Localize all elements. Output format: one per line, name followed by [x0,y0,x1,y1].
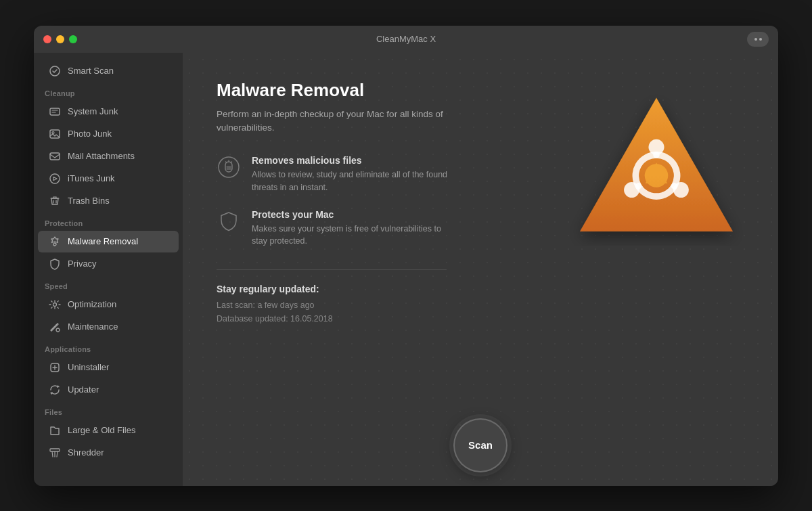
biohazard-triangle-svg [568,90,744,246]
more-options-button[interactable] [747,32,769,47]
optimization-icon [49,298,61,311]
sidebar-item-itunes-junk[interactable]: iTunes Junk [38,168,179,190]
sidebar-item-photo-junk[interactable]: Photo Junk [38,123,179,145]
sidebar-item-system-junk[interactable]: System Junk [38,101,179,123]
svg-rect-1 [50,108,60,115]
maximize-button[interactable] [69,35,77,43]
sidebar-item-mail-attachments[interactable]: Mail Attachments [38,146,179,167]
feature-text-protects-mac: Protects your Mac Makes sure your system… [252,209,455,248]
svg-rect-4 [50,153,60,160]
sidebar-item-system-junk-label: System Junk [68,106,118,116]
privacy-icon [49,258,61,270]
sidebar-item-mail-attachments-label: Mail Attachments [68,151,135,161]
divider [217,269,447,270]
bug-icon [217,155,241,179]
shield-icon [217,209,241,234]
photo-junk-icon [49,128,61,140]
feature-desc-removes-malicious: Allows to review, study and eliminate al… [252,169,455,194]
status-heading: Stay regulary updated: [217,284,744,294]
feature-desc-protects-mac: Makes sure your system is free of vulner… [252,223,455,248]
sidebar-item-large-old-files[interactable]: Large & Old Files [38,420,179,441]
svg-point-7 [53,303,57,306]
titlebar: CleanMyMac X [34,26,778,53]
sidebar-item-updater-label: Updater [68,384,99,395]
minimize-button[interactable] [56,35,64,43]
sidebar-item-uninstaller-label: Uninstaller [68,362,109,372]
uninstaller-icon [49,361,61,374]
svg-point-17 [624,182,639,198]
sidebar-item-smart-scan[interactable]: Smart Scan [38,60,179,82]
titlebar-actions [747,32,769,47]
mail-icon [49,150,61,162]
sidebar-item-malware-removal-label: Malware Removal [68,236,138,246]
svg-point-6 [53,243,56,246]
feature-text-removes-malicious: Removes malicious files Allows to review… [252,155,455,194]
sidebar-item-itunes-junk-label: iTunes Junk [68,173,115,183]
sidebar-item-large-old-files-label: Large & Old Files [68,425,135,435]
sidebar-item-maintenance-label: Maintenance [68,321,118,332]
panel-content: Malware Removal Perform an in-depth chec… [183,53,778,486]
status-last-scan: Last scan: a few days ago [217,298,744,312]
app-window: CleanMyMac X Smart Scan Cleanup [34,26,778,486]
status-database: Database updated: 16.05.2018 [217,312,744,326]
main-panel: Malware Removal Perform an in-depth chec… [183,53,778,486]
svg-point-3 [52,131,54,133]
sidebar-item-malware-removal[interactable]: Malware Removal [38,231,179,252]
trash-icon [49,195,61,207]
panel-subtitle: Perform an in-depth checkup of your Mac … [217,108,447,135]
feature-title-removes-malicious: Removes malicious files [252,155,455,166]
sidebar-item-trash-bins[interactable]: Trash Bins [38,190,179,212]
app-title: CleanMyMac X [376,34,436,44]
maintenance-icon [49,321,61,333]
sidebar-category-applications: Applications [34,338,183,356]
smart-scan-icon [49,65,61,77]
traffic-lights [43,35,77,43]
svg-rect-2 [50,130,60,138]
itunes-icon [49,173,61,185]
sidebar-category-files: Files [34,401,183,419]
sidebar-item-trash-bins-label: Trash Bins [68,196,110,206]
files-icon [49,424,61,437]
sidebar-item-updater[interactable]: Updater [38,379,179,401]
updater-icon [49,384,61,396]
malware-removal-icon [49,236,61,248]
svg-point-15 [649,139,664,154]
sidebar-item-maintenance[interactable]: Maintenance [38,316,179,338]
sidebar-category-cleanup: Cleanup [34,83,183,100]
sidebar-item-privacy[interactable]: Privacy [38,253,179,275]
sidebar-item-optimization-label: Optimization [68,299,116,309]
sidebar-item-shredder-label: Shredder [68,447,104,458]
sidebar: Smart Scan Cleanup System Junk [34,53,183,486]
sidebar-item-shredder[interactable]: Shredder [38,442,179,464]
shredder-icon [49,447,61,459]
svg-point-5 [50,174,60,183]
status-section: Stay regulary updated: Last scan: a few … [217,284,744,326]
main-content: Smart Scan Cleanup System Junk [34,53,778,486]
system-junk-icon [49,106,61,118]
sidebar-item-smart-scan-label: Smart Scan [68,66,114,76]
sidebar-item-photo-junk-label: Photo Junk [68,129,112,139]
svg-point-8 [56,328,60,332]
sidebar-category-speed: Speed [34,275,183,293]
sidebar-item-uninstaller[interactable]: Uninstaller [38,357,179,378]
feature-title-protects-mac: Protects your Mac [252,209,455,220]
sidebar-item-privacy-label: Privacy [68,259,97,269]
close-button[interactable] [43,35,51,43]
sidebar-category-protection: Protection [34,213,183,230]
svg-point-16 [673,182,689,198]
sidebar-item-optimization[interactable]: Optimization [38,294,179,315]
biohazard-graphic [562,73,751,263]
